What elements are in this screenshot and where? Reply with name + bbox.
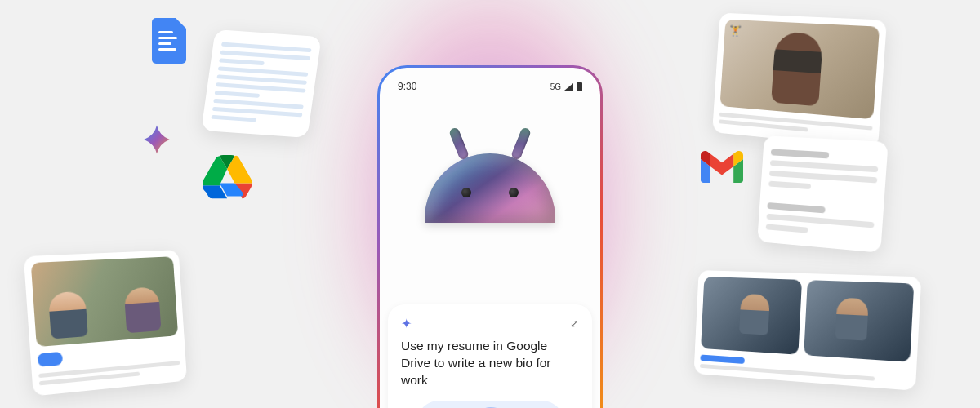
gmail-icon [701, 151, 743, 184]
input-toolbar: ⌨ [401, 401, 579, 408]
expand-icon[interactable]: ⤢ [570, 317, 579, 330]
photo-card-people [24, 250, 187, 396]
signal-icon [564, 83, 573, 91]
action-pill [700, 355, 745, 365]
document-card [201, 29, 321, 138]
prompt-text: Use my resume in Google Drive to write a… [401, 338, 579, 389]
hero-illustration: 🏋 9:30 5G [0, 0, 980, 408]
sparkle-icon [140, 122, 174, 157]
stock-photo [701, 277, 801, 355]
edit-pill-icon [37, 352, 63, 367]
stock-photo: 🏋 [719, 20, 880, 120]
android-mascot [425, 153, 555, 223]
assistant-prompt-card[interactable]: ✦ ⤢ Use my resume in Google Drive to wri… [388, 304, 592, 408]
network-label: 5G [550, 82, 561, 91]
stock-photo [31, 256, 178, 347]
battery-icon [577, 82, 582, 91]
drive-icon [203, 155, 252, 197]
dumbbell-icon: 🏋 [729, 24, 742, 37]
sparkle-icon: ✦ [401, 316, 412, 331]
email-card [757, 135, 888, 253]
phone-mockup: 9:30 5G ✦ ⤢ Use my resume in Google Driv… [377, 65, 603, 408]
photo-card-cars [694, 270, 922, 391]
stock-photo [804, 280, 915, 362]
photo-card-fitness: 🏋 [712, 13, 887, 149]
docs-icon [152, 18, 186, 64]
status-bar: 9:30 5G [391, 78, 589, 95]
status-time: 9:30 [398, 81, 416, 92]
